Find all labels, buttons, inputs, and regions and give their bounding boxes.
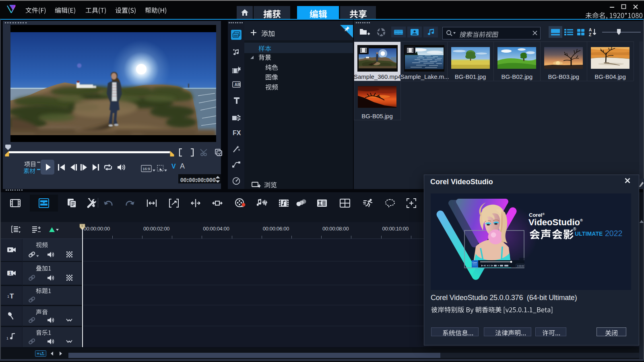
svg-text:2022: 2022 [605, 229, 622, 238]
svg-text:Corel: Corel [473, 262, 477, 264]
svg-text:16:9: 16:9 [142, 167, 150, 171]
svg-text:A: A [589, 28, 592, 32]
svg-text:1: 1 [6, 336, 8, 340]
svg-text:1: 1 [9, 271, 12, 276]
svg-text:Z: Z [589, 33, 591, 37]
svg-text:ULTIMATE: ULTIMATE [575, 230, 603, 237]
svg-text:AB: AB [235, 82, 240, 87]
svg-text:T: T [10, 292, 14, 300]
svg-text:0:00:00: 0:00:00 [517, 265, 524, 267]
svg-text:1: 1 [7, 294, 9, 298]
